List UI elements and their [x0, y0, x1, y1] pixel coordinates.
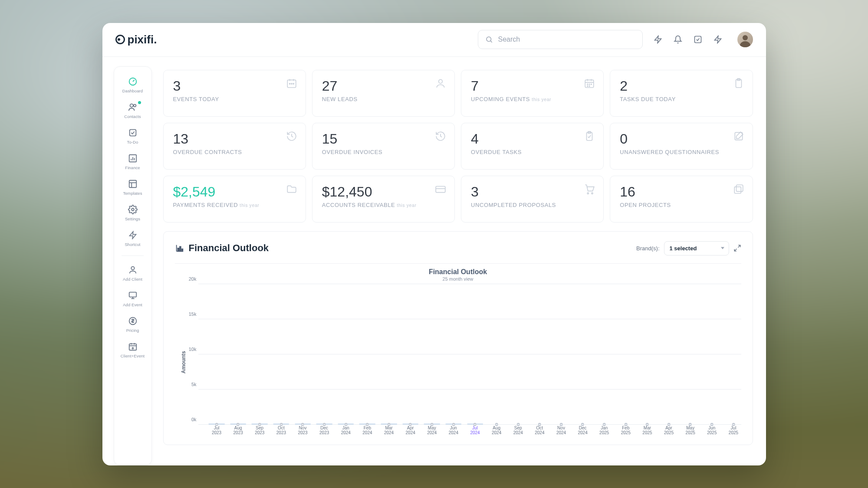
svg-point-6	[740, 41, 750, 47]
x-tick-label: Apr2024	[406, 426, 415, 436]
bell-icon[interactable]	[673, 35, 683, 44]
x-tick-label: Aug2024	[492, 426, 501, 436]
sidebar-item-settings[interactable]: Settings	[114, 201, 151, 225]
x-tick-label: Oct2023	[276, 426, 286, 436]
chart-header: Financial Outlook Brand(s): 1 selected	[175, 241, 741, 255]
sidebar-item-label: Add Client	[123, 277, 142, 282]
stack-icon	[733, 183, 745, 195]
stat-card[interactable]: 13OVERDUE CONTRACTS	[163, 123, 306, 170]
x-tick-label: Sep2024	[513, 426, 523, 436]
sidebar-item-label: Dashboard	[122, 88, 143, 93]
chart-area: Amounts 0k5k10k15k20k Jul2023Aug2023Sep2…	[175, 284, 741, 440]
sidebar-item-label: Shortcut	[125, 242, 140, 247]
stat-card[interactable]: 3UNCOMPLETED PROPOSALS	[461, 176, 604, 223]
stat-card[interactable]: 3EVENTS TODAY	[163, 70, 306, 117]
sidebar-item-shortcut[interactable]: Shortcut	[114, 226, 151, 250]
layout-icon	[128, 179, 138, 189]
sidebar-action-add-client[interactable]: Add Client	[114, 261, 151, 285]
edit-icon	[733, 130, 745, 142]
svg-line-64	[734, 249, 736, 251]
card-sublabel: this year	[397, 203, 416, 208]
y-axis-label: Amounts	[181, 351, 187, 373]
header-icons	[653, 32, 753, 47]
gridline	[198, 284, 741, 284]
card-value: 15	[322, 131, 445, 147]
svg-rect-52	[436, 186, 445, 192]
stat-card[interactable]: 7UPCOMING EVENTSthis year	[461, 70, 604, 117]
x-tick-label: May2024	[427, 426, 437, 436]
sidebar-item-dashboard[interactable]: Dashboard	[114, 73, 151, 97]
svg-line-1	[490, 41, 492, 42]
card-value: 13	[173, 131, 296, 147]
x-tick-label: Oct2024	[535, 426, 544, 436]
svg-point-44	[591, 84, 592, 85]
stat-card[interactable]: 27NEW LEADS	[312, 70, 455, 117]
sidebar-item-contacts[interactable]: Contacts	[114, 98, 151, 122]
avatar[interactable]	[737, 32, 753, 47]
y-tick-label: 5k	[179, 382, 197, 387]
svg-point-5	[743, 35, 748, 40]
stat-card[interactable]: 4OVERDUE TASKS	[461, 123, 604, 170]
svg-point-0	[487, 37, 491, 42]
logo-text: pixifi.	[128, 33, 157, 46]
gridline	[198, 424, 741, 425]
history-icon	[286, 130, 298, 142]
brands-select[interactable]: 1 selected	[664, 241, 729, 255]
card-label: EVENTS TODAY	[173, 96, 296, 102]
svg-rect-15	[129, 180, 136, 187]
x-tick-label: Aug2023	[233, 426, 243, 436]
x-tick-label: Jun2025	[707, 426, 717, 436]
x-tick-label: Feb2025	[621, 426, 631, 436]
svg-point-36	[293, 83, 294, 84]
bar-chart-icon	[128, 153, 138, 164]
card-sublabel: this year	[532, 97, 551, 102]
card-label: ACCOUNTS RECEIVABLEthis year	[322, 202, 445, 208]
sidebar-item-todo[interactable]: To-Do	[114, 124, 151, 148]
sidebar-action-pricing[interactable]: Pricing	[114, 312, 151, 336]
bolt-icon[interactable]	[653, 35, 663, 44]
folder-icon	[286, 183, 298, 195]
sidebar-action-add-event[interactable]: Add Event	[114, 287, 151, 311]
sidebar-item-label: Settings	[125, 216, 140, 221]
stat-card[interactable]: 0UNANSWERED QUESTIONNAIRES	[610, 123, 753, 170]
search-box[interactable]	[478, 30, 643, 49]
logo[interactable]: pixifi.	[115, 33, 157, 46]
sidebar-item-templates[interactable]: Templates	[114, 175, 151, 199]
svg-rect-61	[180, 246, 181, 251]
svg-point-35	[291, 83, 292, 84]
gauge-icon	[128, 76, 138, 87]
card-label: OVERDUE TASKS	[471, 149, 594, 155]
x-tick-label: Jul2024	[470, 426, 480, 436]
svg-rect-56	[736, 185, 743, 191]
svg-line-63	[738, 245, 740, 247]
chart-title: Financial Outlook	[175, 268, 741, 276]
card-value: 2	[620, 78, 743, 94]
svg-rect-21	[129, 292, 136, 297]
check-square-icon[interactable]	[693, 35, 703, 44]
stat-card[interactable]: $12,450ACCOUNTS RECEIVABLEthis year	[312, 176, 455, 223]
stat-card[interactable]: 16OPEN PROJECTS	[610, 176, 753, 223]
chart-plot: 0k5k10k15k20k	[198, 284, 741, 425]
sidebar-item-label: Templates	[123, 191, 142, 196]
app-window: pixifi.	[102, 23, 766, 465]
svg-rect-62	[181, 249, 183, 252]
stat-card[interactable]: $2,549PAYMENTS RECEIVEDthis year	[163, 176, 306, 223]
expand-icon[interactable]	[733, 244, 741, 252]
svg-marker-4	[714, 36, 721, 43]
search-input[interactable]	[498, 36, 635, 43]
sidebar-item-finance[interactable]: Finance	[114, 150, 151, 174]
card-value: 3	[173, 78, 296, 94]
card-value: 16	[620, 184, 743, 200]
stat-card[interactable]: 2TASKS DUE TODAY	[610, 70, 753, 117]
sidebar-action-client-event[interactable]: Client+Event	[114, 338, 151, 362]
card-value: $2,549	[173, 184, 296, 200]
users-icon	[128, 102, 138, 112]
svg-point-43	[589, 84, 590, 85]
bolt-icon-2[interactable]	[713, 35, 723, 44]
x-tick-label: Dec2024	[578, 426, 588, 436]
stat-card[interactable]: 15OVERDUE INVOICES	[312, 123, 455, 170]
x-tick-label: Jun2024	[449, 426, 458, 436]
header: pixifi.	[102, 23, 766, 57]
svg-point-20	[131, 266, 134, 269]
user-plus-icon	[128, 265, 138, 275]
